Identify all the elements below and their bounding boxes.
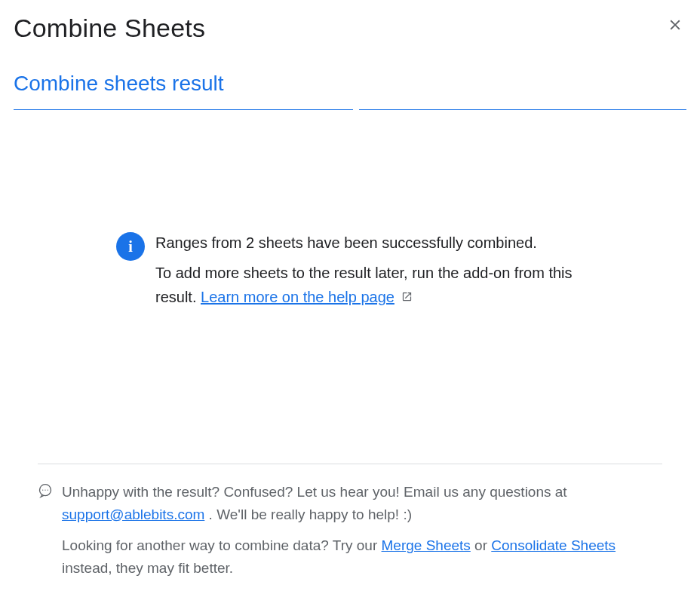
footer-divider [38,464,662,464]
chat-icon [38,483,53,501]
footer-text: Unhappy with the result? Confused? Let u… [62,481,662,588]
merge-sheets-link[interactable]: Merge Sheets [382,537,471,553]
info-icon: i [116,232,145,261]
support-paragraph: Unhappy with the result? Confused? Let u… [62,481,662,525]
dialog-header: Combine Sheets [0,0,700,43]
success-message: Ranges from 2 sheets have been successfu… [155,231,584,255]
consolidate-sheets-link[interactable]: Consolidate Sheets [491,537,616,553]
tip-message: To add more sheets to the result later, … [155,261,584,309]
external-link-icon [401,285,413,309]
content-area: i Ranges from 2 sheets have been success… [0,110,700,315]
svg-point-3 [48,490,48,491]
support-email-link[interactable]: support@ablebits.com [62,507,204,522]
learn-more-link[interactable]: Learn more on the help page [201,289,395,305]
footer-section: Unhappy with the result? Confused? Let u… [0,464,700,606]
result-subtitle: Combine sheets result [14,72,686,96]
subtitle-section: Combine sheets result [0,43,700,96]
svg-point-1 [42,490,43,491]
tab-underline [0,109,700,110]
info-text: Ranges from 2 sheets have been successfu… [155,231,584,315]
alternative-paragraph: Looking for another way to combine data?… [62,534,662,579]
close-icon [667,17,683,33]
info-message: i Ranges from 2 sheets have been success… [116,231,584,315]
dialog-title: Combine Sheets [14,14,205,43]
svg-point-2 [45,490,45,491]
close-button[interactable] [664,14,686,36]
